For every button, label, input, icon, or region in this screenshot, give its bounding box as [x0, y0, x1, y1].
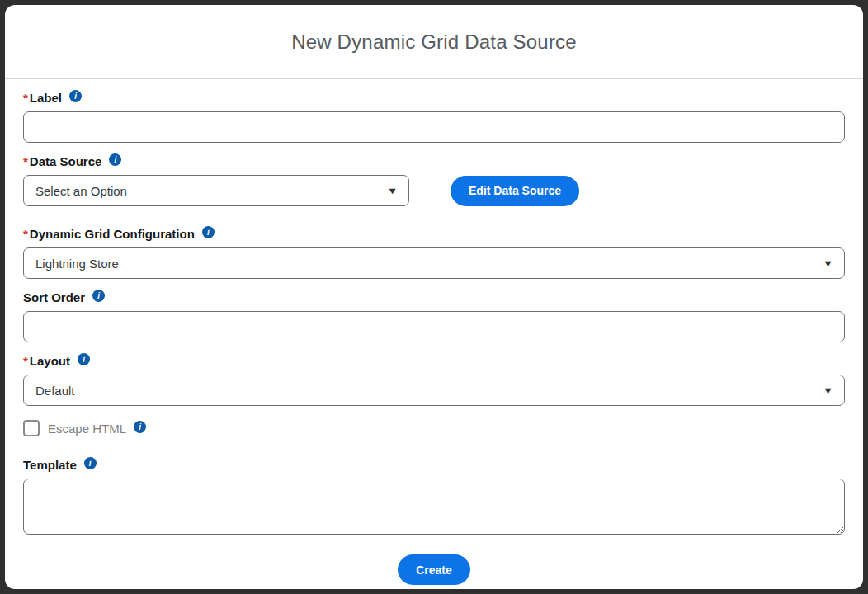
- layout-label: Layout: [30, 354, 70, 368]
- data-source-label-row: * Data Source i: [23, 153, 845, 169]
- field-sort-order: Sort Order i: [23, 290, 845, 342]
- required-marker: *: [23, 91, 28, 105]
- required-marker: *: [23, 354, 28, 368]
- data-source-selected-value: Select an Option: [35, 184, 127, 198]
- info-icon[interactable]: i: [84, 457, 97, 469]
- sort-order-label-row: Sort Order i: [23, 290, 845, 305]
- field-layout: * Layout i Default ▼: [23, 353, 845, 406]
- sort-order-input[interactable]: [23, 311, 845, 342]
- label-field-label: Label: [30, 91, 62, 105]
- info-icon[interactable]: i: [134, 421, 146, 433]
- data-source-select[interactable]: Select an Option ▼: [23, 175, 409, 206]
- field-data-source: * Data Source i Select an Option ▼ Edit …: [23, 153, 845, 206]
- chevron-down-icon: ▼: [823, 259, 834, 268]
- required-marker: *: [23, 154, 28, 168]
- required-marker: *: [23, 227, 28, 241]
- field-template: Template i: [23, 457, 845, 538]
- info-icon[interactable]: i: [202, 226, 215, 238]
- data-source-row: Select an Option ▼ Edit Data Source: [23, 175, 845, 206]
- info-icon[interactable]: i: [92, 290, 105, 302]
- info-icon[interactable]: i: [69, 90, 82, 102]
- modal-header: New Dynamic Grid Data Source: [5, 5, 863, 79]
- grid-configuration-label: Dynamic Grid Configuration: [30, 227, 195, 241]
- layout-label-row: * Layout i: [23, 353, 845, 369]
- field-escape-html: Escape HTML i: [23, 419, 845, 437]
- chevron-down-icon: ▼: [387, 186, 399, 196]
- chevron-down-icon: ▼: [823, 386, 834, 395]
- escape-html-checkbox[interactable]: [23, 420, 40, 436]
- page-title: New Dynamic Grid Data Source: [291, 31, 577, 54]
- template-label-row: Template i: [23, 457, 845, 473]
- info-icon[interactable]: i: [78, 353, 90, 365]
- label-field-label-row: * Label i: [23, 90, 845, 106]
- data-source-label: Data Source: [30, 154, 102, 168]
- layout-select[interactable]: Default ▼: [23, 375, 845, 406]
- escape-html-label: Escape HTML: [48, 422, 126, 436]
- layout-selected-value: Default: [35, 384, 75, 398]
- new-dynamic-grid-modal: New Dynamic Grid Data Source * Label i *…: [5, 5, 863, 589]
- label-input[interactable]: [23, 111, 845, 143]
- create-button[interactable]: Create: [398, 554, 470, 585]
- grid-configuration-selected-value: Lightning Store: [35, 257, 119, 271]
- template-label: Template: [23, 458, 77, 472]
- field-grid-configuration: * Dynamic Grid Configuration i Lightning…: [23, 226, 845, 279]
- modal-body: * Label i * Data Source i Select an Opti…: [5, 79, 863, 585]
- info-icon[interactable]: i: [109, 153, 121, 166]
- field-label: * Label i: [23, 90, 845, 143]
- sort-order-label: Sort Order: [23, 290, 85, 304]
- modal-footer: Create: [23, 554, 845, 585]
- template-textarea[interactable]: [23, 478, 845, 535]
- edit-data-source-button[interactable]: Edit Data Source: [451, 176, 579, 206]
- grid-configuration-label-row: * Dynamic Grid Configuration i: [23, 226, 845, 242]
- grid-configuration-select[interactable]: Lightning Store ▼: [23, 248, 845, 279]
